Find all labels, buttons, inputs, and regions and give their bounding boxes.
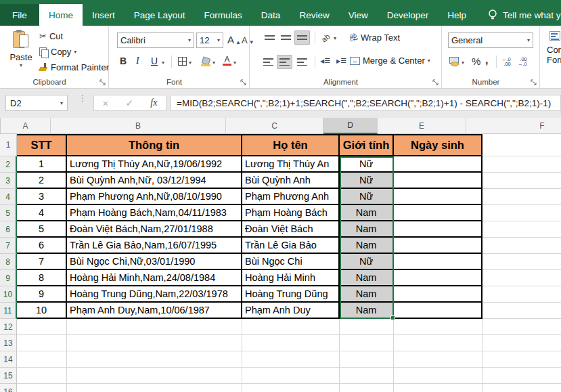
- cell-D3[interactable]: Nữ: [340, 173, 394, 189]
- cell-F12[interactable]: [483, 319, 561, 335]
- cell-A12[interactable]: [17, 319, 67, 335]
- cell-D15[interactable]: [340, 368, 394, 384]
- conditional-formatting-button[interactable]: Conditional Formatting: [547, 30, 561, 65]
- cell-F14[interactable]: [483, 351, 561, 368]
- tell-me-box[interactable]: Tell me what you want to do: [476, 4, 561, 26]
- fill-color-icon[interactable]: [201, 57, 210, 65]
- tab-help[interactable]: Help: [438, 4, 476, 26]
- cell-B9[interactable]: Hoàng Hải Minh,Nam,24/08/1984: [67, 270, 242, 286]
- number-dialog-launcher[interactable]: [531, 79, 537, 86]
- accounting-dropdown-arrow[interactable]: ▾: [462, 60, 464, 66]
- accounting-format-icon[interactable]: [449, 57, 459, 66]
- cell-C4[interactable]: Phạm Phương Anh: [242, 189, 340, 205]
- cell-F1[interactable]: [483, 134, 561, 156]
- cell-F13[interactable]: [483, 335, 561, 351]
- align-center-toggle[interactable]: [277, 55, 292, 69]
- cell-D4[interactable]: Nữ: [340, 189, 394, 205]
- cell-A3[interactable]: 2: [17, 173, 67, 189]
- grow-font-button[interactable]: A▲: [227, 34, 241, 45]
- row-header-11[interactable]: 11: [0, 303, 17, 319]
- wrap-text-button[interactable]: abc↩ Wrap Text: [350, 32, 400, 43]
- column-header-A[interactable]: A: [1, 118, 51, 134]
- cell-E6[interactable]: [394, 221, 483, 238]
- decrease-decimal-button[interactable]: .00→.0: [518, 57, 527, 66]
- cell-B8[interactable]: Bùi Ngọc Chi,Nữ,03/01/1990: [67, 254, 242, 270]
- cell-D14[interactable]: [340, 351, 394, 368]
- cell-E14[interactable]: [394, 351, 483, 368]
- tab-insert[interactable]: Insert: [83, 4, 125, 26]
- cell-E4[interactable]: [394, 189, 483, 205]
- copy-button[interactable]: Copy ▾: [39, 47, 76, 57]
- cell-F4[interactable]: [483, 189, 561, 205]
- merge-center-dropdown-arrow[interactable]: ▾: [428, 58, 430, 64]
- format-painter-button[interactable]: Format Painter: [39, 62, 109, 72]
- comma-style-button[interactable]: ,: [485, 54, 488, 66]
- borders-dropdown-arrow[interactable]: ▾: [189, 60, 192, 66]
- percent-style-button[interactable]: %: [472, 56, 480, 67]
- cell-A5[interactable]: 4: [17, 205, 67, 221]
- row-header-12[interactable]: 12: [0, 319, 17, 335]
- cell-B3[interactable]: Bùi Quỳnh Anh,Nữ, 03/12/1994: [67, 173, 242, 189]
- cell-A10[interactable]: 9: [17, 286, 67, 303]
- cell-B11[interactable]: Phạm Anh Duy,Nam,10/06/1987: [67, 303, 242, 319]
- formula-input[interactable]: =MID(B2;SEARCH(",";B2;1)+1;SEARCH(",";B2…: [171, 95, 561, 111]
- increase-decimal-button[interactable]: ←.0.00: [501, 57, 511, 66]
- font-color-dropdown-arrow[interactable]: ▾: [233, 60, 236, 66]
- cell-A13[interactable]: [17, 335, 67, 351]
- cell-D6[interactable]: Nam: [340, 221, 394, 238]
- cell-E3[interactable]: [394, 173, 483, 189]
- cell-C5[interactable]: Phạm Hoàng Bách: [242, 205, 340, 221]
- row-header-8[interactable]: 8: [0, 254, 17, 270]
- row-header-1[interactable]: 1: [0, 134, 17, 156]
- cell-C10[interactable]: Hoàng Trung Dũng: [242, 286, 340, 303]
- cell-D12[interactable]: [340, 319, 394, 335]
- cell-A14[interactable]: [17, 351, 67, 368]
- cell-A11[interactable]: 10: [17, 303, 67, 319]
- cell-B15[interactable]: [67, 368, 242, 384]
- paste-button[interactable]: Paste ▾: [5, 29, 37, 82]
- cell-F15[interactable]: [483, 368, 561, 384]
- column-header-C[interactable]: C: [226, 118, 323, 134]
- row-header-7[interactable]: 7: [0, 238, 17, 254]
- align-top-icon[interactable]: [265, 35, 275, 41]
- row-header-16[interactable]: 16: [0, 384, 17, 392]
- cell-C11[interactable]: Phạm Anh Duy: [242, 303, 340, 319]
- cell-D1[interactable]: Giới tính: [340, 134, 394, 156]
- cell-F11[interactable]: [483, 303, 561, 319]
- column-header-F[interactable]: F: [466, 118, 561, 134]
- italic-button[interactable]: I: [136, 56, 139, 66]
- font-name-combo[interactable]: Calibri▾: [117, 32, 194, 48]
- cell-E16[interactable]: [394, 384, 483, 392]
- name-box-dropdown-arrow[interactable]: ▾: [60, 100, 63, 106]
- cell-B6[interactable]: Đoàn Việt Bách,Nam,27/01/1988: [67, 221, 242, 238]
- row-header-10[interactable]: 10: [0, 286, 17, 303]
- cell-C9[interactable]: Hoàng Hải Minh: [242, 270, 340, 286]
- cell-B4[interactable]: Phạm Phương Anh,Nữ,08/10/1990: [67, 189, 242, 205]
- font-dialog-launcher[interactable]: [240, 79, 247, 86]
- row-header-15[interactable]: 15: [0, 368, 17, 384]
- column-header-E[interactable]: E: [378, 118, 466, 134]
- formula-bar-handle[interactable]: ⋮: [78, 96, 87, 100]
- select-all-corner[interactable]: [0, 118, 1, 134]
- cell-D5[interactable]: Nam: [340, 205, 394, 221]
- cell-C12[interactable]: [242, 319, 340, 335]
- row-header-3[interactable]: 3: [0, 173, 17, 189]
- cell-C2[interactable]: Lương Thị Thúy An: [242, 156, 340, 173]
- cell-E7[interactable]: [394, 238, 483, 254]
- cell-C13[interactable]: [242, 335, 340, 351]
- decrease-indent-icon[interactable]: ◀☰: [320, 57, 330, 64]
- cell-C8[interactable]: Bùi Ngọc Chi: [242, 254, 340, 270]
- cell-A7[interactable]: 6: [17, 238, 67, 254]
- cell-C14[interactable]: [242, 351, 340, 368]
- name-box[interactable]: D2 ▾: [5, 95, 68, 111]
- orientation-icon[interactable]: ab: [320, 32, 332, 43]
- underline-button[interactable]: U: [151, 56, 158, 66]
- cell-E12[interactable]: [394, 319, 483, 335]
- cell-C1[interactable]: Họ tên: [242, 134, 340, 156]
- cell-B14[interactable]: [67, 351, 242, 368]
- alignment-dialog-launcher[interactable]: [432, 79, 439, 86]
- cell-F5[interactable]: [483, 205, 561, 221]
- cell-C16[interactable]: [242, 384, 340, 392]
- cell-B5[interactable]: Phạm Hoàng Bách,Nam,04/11/1983: [67, 205, 242, 221]
- cell-B2[interactable]: Lương Thị Thúy An,Nữ,19/06/1992: [67, 156, 242, 173]
